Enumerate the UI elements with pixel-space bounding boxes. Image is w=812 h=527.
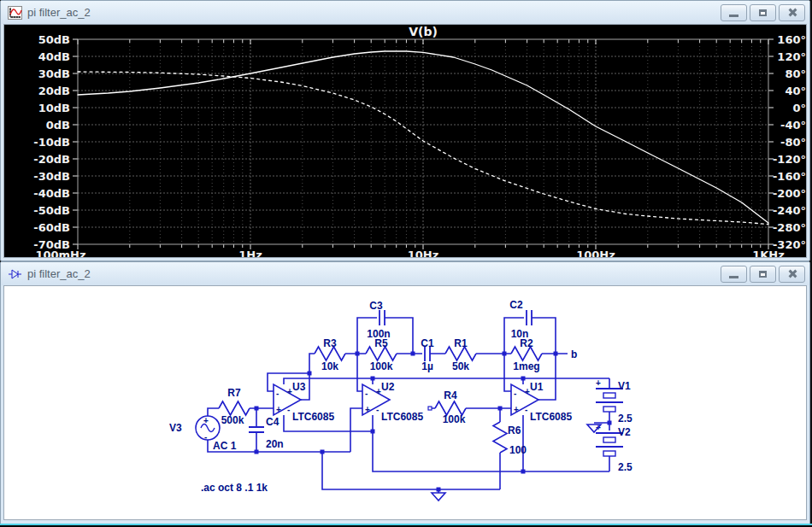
label-R6-name: R6 [508,425,521,436]
opamp-U1[interactable]: - + + - U1 LTC6085 [511,381,572,423]
label-U1-part: LTC6085 [530,411,572,423]
ground-symbol [432,493,445,501]
label-R7-name: R7 [227,387,241,399]
minimize-button[interactable] [721,4,747,21]
svg-text:0dB: 0dB [46,119,70,132]
plot-window-titlebar[interactable]: pi filter_ac_2 [1,1,809,24]
capacitor-C3[interactable]: C3 100n [367,300,390,340]
voltage-source-V2[interactable]: + V2 2.5 [596,423,633,473]
svg-text:20dB: 20dB [38,85,70,97]
resistor-R1[interactable]: R1 50k [445,337,476,372]
label-C4-name: C4 [266,416,279,428]
v3-minus: - [204,432,207,442]
close-button[interactable] [779,266,805,283]
label-R1-name: R1 [454,337,468,349]
svg-text:-240°: -240° [773,204,806,217]
label-R4-name: R4 [444,389,457,401]
svg-text:V(b): V(b) [409,25,438,38]
resistor-R3[interactable]: R3 10k [315,337,345,372]
label-R3-name: R3 [323,337,337,349]
svg-text:1Hz: 1Hz [238,249,262,257]
bode-plot[interactable]: 50dB40dB30dB20dB10dB0dB-10dB-20dB-30dB-4… [4,25,807,257]
label-U2-name: U2 [381,381,395,393]
label-V3-name: V3 [169,422,182,434]
schematic-canvas[interactable]: + - V3 AC 1 R7 500k C4 20n [3,285,807,520]
schematic-wires [208,318,609,493]
label-R7-value: 500k [221,414,244,426]
label-V1-value: 2.5 [618,413,633,425]
label-R2-value: 1meg [513,360,539,372]
svg-text:10Hz: 10Hz [408,249,439,257]
close-icon [787,269,797,278]
schematic-window-controls [721,266,805,283]
label-V3-value: AC 1 [213,440,237,452]
plot-window: pi filter_ac_2 50dB40dB30dB20dB10dB0dB-1… [0,0,810,261]
label-R3-value: 10k [321,360,338,372]
resistor-R2[interactable]: R2 1meg [511,337,542,372]
u1-vminus: - [525,405,527,414]
schematic-window: pi filter_ac_2 [0,261,810,525]
svg-text:100Hz: 100Hz [576,249,615,257]
label-U2-part: LTC6085 [381,411,423,423]
svg-text:160°: 160° [777,33,806,46]
svg-text:-10dB: -10dB [33,136,70,149]
svg-text:40dB: 40dB [38,50,70,63]
svg-text:-50dB: -50dB [33,204,70,217]
label-R5-name: R5 [374,337,388,349]
label-U3-part: LTC6085 [292,411,334,423]
minimize-icon [729,276,738,278]
label-R2-name: R2 [520,337,533,349]
schematic-window-title: pi filter_ac_2 [27,267,721,280]
label-C1-name: C1 [421,337,434,349]
label-V2-value: 2.5 [618,461,633,473]
capacitor-C4[interactable]: C4 20n [249,416,284,450]
label-C1-value: 1µ [421,360,433,372]
restore-button[interactable] [750,266,776,283]
u3-in-minus: - [276,389,279,398]
svg-text:-200°: -200° [773,187,806,200]
node-label-b[interactable]: b [571,348,577,360]
svg-text:-120°: -120° [773,153,806,166]
svg-text:-80°: -80° [780,136,806,149]
voltage-source-V1[interactable]: + V1 2.5 [596,378,633,425]
ltspice-app: pi filter_ac_2 50dB40dB30dB20dB10dB0dB-1… [0,0,812,527]
svg-text:-40°: -40° [780,119,806,132]
minimize-button[interactable] [721,266,747,283]
svg-text:40°: 40° [785,85,806,97]
resistor-R4[interactable]: R4 100k [428,389,466,425]
restore-icon [759,271,767,278]
svg-text:-30dB: -30dB [33,170,70,183]
svg-text:-280°: -280° [773,221,806,234]
close-button[interactable] [779,4,805,21]
label-C2-name: C2 [509,299,523,311]
plot-window-title: pi filter_ac_2 [27,6,721,19]
u3-vminus: - [287,405,290,414]
restore-icon [759,9,767,16]
resistor-R5[interactable]: R5 100k [366,337,397,372]
label-U1-name: U1 [530,381,544,393]
resistor-R7[interactable]: R7 500k [219,387,250,426]
label-C3-name: C3 [369,300,383,312]
label-U3-name: U3 [292,381,306,393]
waveform-plot-area[interactable]: 50dB40dB30dB20dB10dB0dB-10dB-20dB-30dB-4… [3,24,807,258]
svg-text:1KHz: 1KHz [752,249,785,257]
svg-text:-20dB: -20dB [33,153,70,166]
label-C4-value: 20n [266,438,284,450]
schematic-window-titlebar[interactable]: pi filter_ac_2 [1,262,809,285]
svg-text:80°: 80° [785,67,806,80]
capacitor-C2[interactable]: C2 10n [509,299,532,340]
capacitor-C1[interactable]: C1 1µ [421,337,434,372]
spice-directive[interactable]: .ac oct 8 .1 1k [201,482,268,494]
opamp-U2[interactable]: - + + - U2 LTC6085 [362,381,423,423]
svg-text:10dB: 10dB [38,102,70,114]
resistor-R6[interactable]: R6 100 [493,422,527,456]
svg-text:-40dB: -40dB [33,187,70,200]
u2-in-minus: - [365,389,368,398]
floating-pin-marker [428,407,432,410]
plot-window-controls [721,4,805,21]
restore-button[interactable] [750,4,776,21]
v1-plus: + [596,378,601,388]
schematic-icon [8,267,22,281]
schematic-drawing[interactable]: + - V3 AC 1 R7 500k C4 20n [4,286,807,519]
opamp-U3[interactable]: - + + - U3 LTC6085 [274,381,334,423]
